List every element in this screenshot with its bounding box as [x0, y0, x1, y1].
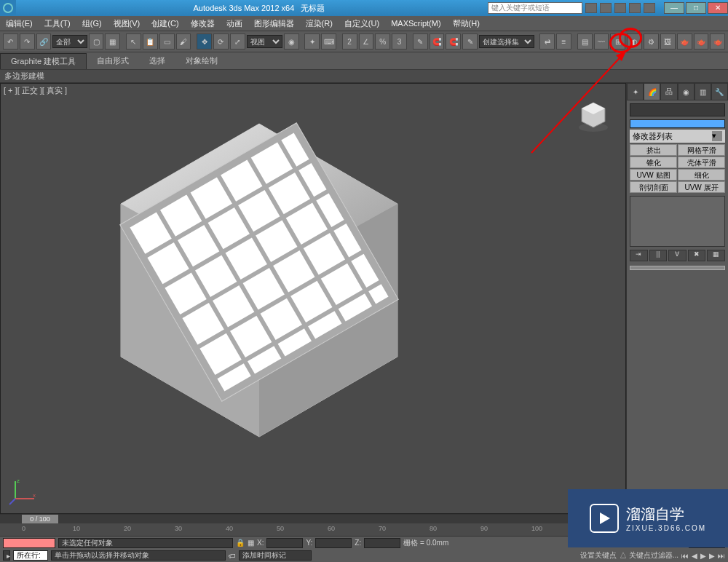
mod-taper-button[interactable]: 锥化 [630, 157, 677, 168]
tab-utilities-icon[interactable]: 🔧 [711, 83, 728, 100]
menu-views[interactable]: 视图(V) [108, 18, 146, 29]
schematic-view-icon[interactable]: ⊞ [610, 33, 625, 50]
snap-angle-icon[interactable]: ∠ [359, 33, 374, 50]
z-coord-field[interactable] [364, 538, 400, 548]
tab-motion-icon[interactable]: ◉ [678, 83, 695, 100]
add-time-tag[interactable]: 添加时间标记 [239, 550, 312, 561]
keyboard-shortcut-icon[interactable]: ⌨ [321, 33, 336, 50]
render-production-icon[interactable]: 🫖 [677, 33, 692, 50]
named-selection-sets[interactable]: 创建选择集 [479, 35, 534, 48]
render-iterative-icon[interactable]: 🫖 [694, 33, 709, 50]
modifier-stack[interactable] [630, 196, 725, 247]
angle-snap-icon[interactable]: 🧲 [446, 33, 461, 50]
key-filters-button[interactable]: △ 关键点过滤器... [620, 550, 678, 561]
spinner-snap-icon[interactable]: 3 [392, 33, 407, 50]
viewcube-icon[interactable] [576, 98, 611, 133]
render-last-icon[interactable]: 🫖 [710, 33, 725, 50]
viewport[interactable]: [ + ][ 正交 ][ 真实 ] [0, 83, 626, 514]
window-crossing-icon[interactable]: ▦ [105, 33, 120, 50]
move-icon[interactable]: ✥ [197, 33, 212, 50]
viewport-label[interactable]: [ + ][ 正交 ][ 真实 ] [4, 85, 67, 96]
selection-filter[interactable]: 全部 [52, 35, 87, 48]
select-name-icon[interactable]: 📋 [143, 33, 158, 50]
y-coord-field[interactable] [315, 538, 352, 548]
snap-2d-icon[interactable]: 2 [342, 33, 357, 50]
menu-rendering[interactable]: 渲染(R) [300, 18, 339, 29]
tab-modify-icon[interactable]: 🌈 [644, 83, 660, 100]
mirror-icon[interactable]: ⇄ [539, 33, 555, 50]
mod-tessellate-button[interactable]: 细化 [678, 169, 725, 181]
mod-unwrap-button[interactable]: UVW 展开 [678, 181, 725, 193]
menu-help[interactable]: 帮助(H) [447, 18, 486, 29]
rollout-divider[interactable] [630, 266, 725, 270]
configure-sets-icon[interactable]: ▦ [707, 250, 725, 261]
menu-tools[interactable]: 工具(T) [39, 18, 76, 29]
remove-mod-icon[interactable]: ✖ [688, 250, 706, 261]
rendered-frame-icon[interactable]: 🖼 [660, 33, 676, 50]
mod-extrude-button[interactable]: 挤出 [630, 144, 677, 156]
maxscript-mini-listener[interactable] [3, 538, 55, 548]
mod-shell-button[interactable]: 壳体平滑 [678, 157, 725, 168]
menu-group[interactable]: 组(G) [76, 18, 108, 29]
help-icon[interactable] [644, 3, 655, 13]
close-button[interactable]: ✕ [708, 2, 728, 14]
goto-start-icon[interactable]: ⏮ [681, 552, 689, 560]
manipulate-icon[interactable]: ✦ [304, 33, 320, 50]
select-object-icon[interactable]: ↖ [126, 33, 141, 50]
x-coord-field[interactable] [266, 538, 303, 548]
modifier-list-dropdown[interactable]: 修改器列表▾ [630, 130, 725, 143]
named-sel-edit-icon[interactable]: ✎ [413, 33, 428, 50]
tab-selection[interactable]: 选择 [139, 53, 175, 68]
selection-region-icon[interactable]: ▢ [89, 33, 104, 50]
pin-stack-icon[interactable]: ⇥ [630, 250, 648, 261]
link-icon[interactable]: 🔗 [36, 33, 52, 50]
curve-editor-icon[interactable]: 〰 [594, 33, 609, 50]
snap-percent-icon[interactable]: % [375, 33, 390, 50]
align-icon[interactable]: ≡ [556, 33, 571, 50]
setkey-button[interactable]: 设置关键点 [580, 550, 617, 561]
exchange-icon[interactable] [614, 3, 626, 13]
menu-customize[interactable]: 自定义(U) [339, 18, 385, 29]
goto-end-icon[interactable]: ⏭ [718, 552, 725, 560]
next-frame-icon[interactable]: ▶ [709, 552, 715, 560]
tab-object-paint[interactable]: 对象绘制 [175, 53, 228, 68]
material-editor-icon[interactable]: ◐ [627, 33, 642, 50]
maximize-button[interactable]: □ [686, 2, 706, 14]
select-rect-icon[interactable]: ▭ [159, 33, 175, 50]
subscription-icon[interactable] [600, 3, 612, 13]
menu-edit[interactable]: 编辑(E) [0, 18, 39, 29]
render-setup-icon[interactable]: ⚙ [644, 33, 659, 50]
tab-display-icon[interactable]: ▥ [695, 83, 711, 100]
mod-uvwmap-button[interactable]: UVW 贴图 [630, 169, 677, 181]
use-center-icon[interactable]: ◉ [284, 33, 299, 50]
tab-hierarchy-icon[interactable]: 品 [660, 83, 677, 100]
rotate-icon[interactable]: ⟳ [213, 33, 229, 50]
snap-toggle-icon[interactable]: 🧲 [430, 33, 445, 50]
time-tag-icon[interactable]: 🏷 [229, 552, 236, 560]
show-end-icon[interactable]: || [649, 250, 668, 261]
mod-meshsmooth-button[interactable]: 网格平滑 [678, 144, 725, 156]
mod-slice-button[interactable]: 剖切剖面 [630, 181, 677, 193]
ref-coord-system[interactable]: 视图 [247, 35, 282, 48]
absolute-mode-icon[interactable]: ▦ [248, 539, 254, 547]
minimize-button[interactable]: — [664, 2, 684, 14]
play-icon[interactable]: ▶ [700, 552, 706, 560]
lock-selection-icon[interactable]: 🔒 [236, 539, 245, 547]
make-unique-icon[interactable]: ∀ [668, 250, 687, 261]
menu-maxscript[interactable]: MAXScript(M) [385, 19, 446, 28]
paint-select-icon[interactable]: 🖌 [176, 33, 191, 50]
help-search-input[interactable]: 键入关键字或短语 [488, 2, 582, 14]
infocenter-icon[interactable] [585, 3, 597, 13]
undo-icon[interactable]: ↶ [3, 33, 18, 50]
time-slider-handle[interactable]: 0 / 100 [22, 515, 58, 523]
tab-create-icon[interactable]: ✦ [627, 83, 644, 100]
tab-freeform[interactable]: 自由形式 [87, 53, 139, 68]
layers-icon[interactable]: ▤ [577, 33, 593, 50]
favorites-icon[interactable] [629, 3, 641, 13]
percent-snap-icon[interactable]: ✎ [462, 33, 478, 50]
redo-icon[interactable]: ↷ [20, 33, 35, 50]
prev-frame-icon[interactable]: ◀ [692, 552, 697, 560]
menu-modifiers[interactable]: 修改器 [185, 18, 221, 29]
tab-graphite[interactable]: Graphite 建模工具 [0, 53, 87, 69]
menu-create[interactable]: 创建(C) [146, 18, 184, 29]
